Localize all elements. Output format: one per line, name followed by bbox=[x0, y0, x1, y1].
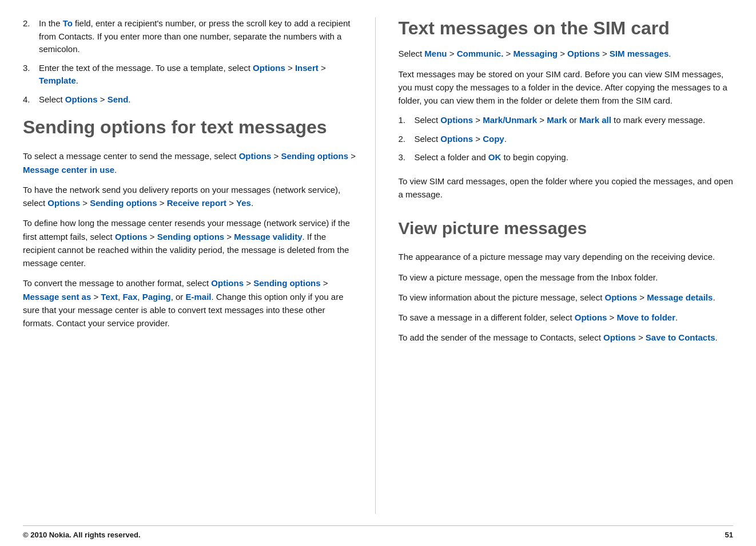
insert-link: Insert bbox=[295, 63, 319, 73]
message-sent-as-link: Message sent as bbox=[23, 292, 91, 302]
mark-all-link: Mark all bbox=[579, 115, 611, 125]
list-num: 3. bbox=[399, 151, 415, 164]
paragraph: To view a picture message, open the mess… bbox=[399, 271, 734, 284]
messaging-link: Messaging bbox=[513, 49, 558, 58]
picture-section-title: View picture messages bbox=[399, 218, 734, 239]
list-num: 2. bbox=[23, 17, 39, 56]
yes-link: Yes bbox=[236, 198, 251, 208]
paragraph: To view information about the picture me… bbox=[399, 291, 734, 304]
list-num: 1. bbox=[399, 114, 415, 127]
message-validity-link: Message validity bbox=[234, 232, 302, 242]
sim-steps-list: 1. Select Options > Mark/Unmark > Mark o… bbox=[399, 114, 734, 164]
sending-options-link: Sending options bbox=[253, 278, 321, 288]
list-item: 4. Select Options > Send. bbox=[23, 93, 358, 106]
page-number: 51 bbox=[725, 531, 733, 539]
communic-link: Communic. bbox=[457, 49, 504, 58]
options-link: Options bbox=[211, 278, 244, 288]
paging-link: Paging bbox=[142, 292, 171, 302]
mark-link: Mark bbox=[547, 115, 567, 125]
paragraph: To select a message center to send the m… bbox=[23, 149, 358, 176]
move-to-folder-link: Move to folder bbox=[617, 312, 676, 322]
list-content: Select Options > Send. bbox=[39, 93, 131, 106]
list-item: 3. Select a folder and OK to begin copyi… bbox=[399, 151, 734, 164]
sending-options-link: Sending options bbox=[281, 151, 348, 161]
list-content: Enter the text of the message. To use a … bbox=[39, 62, 358, 88]
options-link: Options bbox=[239, 151, 272, 161]
sending-options-link: Sending options bbox=[157, 232, 225, 242]
paragraph: The appearance of a picture message may … bbox=[399, 250, 734, 263]
options-link: Options bbox=[605, 292, 638, 302]
ok-link: OK bbox=[488, 152, 502, 162]
footer: © 2010 Nokia. All rights reserved. 51 bbox=[0, 526, 756, 546]
sim-messages-link: SIM messages bbox=[610, 49, 669, 58]
list-item: 3. Enter the text of the message. To use… bbox=[23, 62, 358, 88]
list-content: Select a folder and OK to begin copying. bbox=[415, 151, 568, 164]
sim-section: Text messages on the SIM card Select Men… bbox=[399, 17, 734, 201]
paragraph: To convert the message to another format… bbox=[23, 276, 358, 330]
save-to-contacts-link: Save to Contacts bbox=[646, 333, 715, 342]
options-link: Options bbox=[603, 333, 636, 342]
sim-nav: Select Menu > Communic. > Messaging > Op… bbox=[399, 47, 734, 60]
copyright: © 2010 Nokia. All rights reserved. bbox=[23, 531, 141, 539]
list-content: In the To field, enter a recipient's num… bbox=[39, 17, 358, 56]
to-link: To bbox=[63, 18, 73, 28]
intro-list: 2. In the To field, enter a recipient's … bbox=[23, 17, 358, 106]
menu-link: Menu bbox=[424, 49, 447, 58]
send-link: Send bbox=[108, 94, 129, 104]
list-content: Select Options > Copy. bbox=[415, 133, 507, 146]
text-link: Text bbox=[101, 292, 118, 302]
left-column: 2. In the To field, enter a recipient's … bbox=[23, 17, 376, 514]
email-link: E-mail bbox=[185, 292, 211, 302]
sending-options-title: Sending options for text messages bbox=[23, 116, 358, 138]
sending-options-link: Sending options bbox=[90, 198, 157, 208]
list-content: Select Options > Mark/Unmark > Mark or M… bbox=[415, 114, 706, 127]
options-link: Options bbox=[65, 94, 98, 104]
receive-report-link: Receive report bbox=[167, 198, 226, 208]
right-column: Text messages on the SIM card Select Men… bbox=[393, 17, 734, 514]
sim-section-title: Text messages on the SIM card bbox=[399, 17, 734, 39]
options-link: Options bbox=[47, 198, 80, 208]
list-item: 2. In the To field, enter a recipient's … bbox=[23, 17, 358, 56]
mark-unmark-link: Mark/Unmark bbox=[483, 115, 537, 125]
options-link: Options bbox=[575, 312, 607, 322]
options-link: Options bbox=[253, 63, 285, 73]
options-link: Options bbox=[567, 49, 600, 58]
paragraph: To add the sender of the message to Cont… bbox=[399, 331, 734, 344]
options-link: Options bbox=[115, 232, 148, 242]
list-item: 1. Select Options > Mark/Unmark > Mark o… bbox=[399, 114, 734, 127]
list-num: 3. bbox=[23, 62, 39, 88]
paragraph: To save a message in a different folder,… bbox=[399, 311, 734, 324]
paragraph: To have the network send you delivery re… bbox=[23, 183, 358, 210]
copy-link: Copy bbox=[483, 134, 504, 144]
message-details-link: Message details bbox=[647, 292, 713, 302]
picture-section: View picture messages The appearance of … bbox=[399, 218, 734, 344]
list-item: 2. Select Options > Copy. bbox=[399, 133, 734, 146]
fax-link: Fax bbox=[122, 292, 137, 302]
sim-outro: To view SIM card messages, open the fold… bbox=[399, 175, 734, 201]
list-num: 4. bbox=[23, 93, 39, 106]
options-link: Options bbox=[440, 115, 473, 125]
paragraph: To define how long the message center re… bbox=[23, 216, 358, 270]
list-num: 2. bbox=[399, 133, 415, 146]
options-link: Options bbox=[440, 134, 473, 144]
message-center-link: Message center in use bbox=[23, 165, 114, 175]
template-link: Template bbox=[39, 76, 76, 85]
sim-intro: Text messages may be stored on your SIM … bbox=[399, 68, 734, 108]
